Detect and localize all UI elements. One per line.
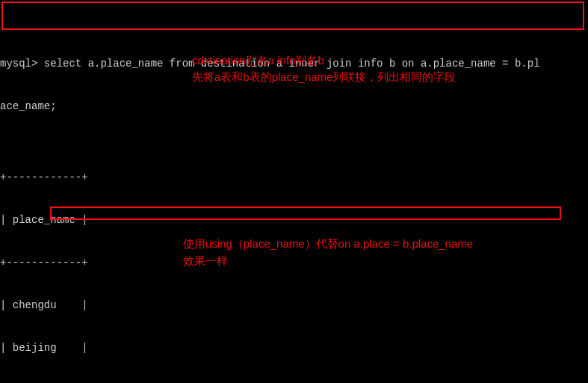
query-1-part1: select a.place_name from destination a i… bbox=[37, 58, 539, 70]
mysql-prompt: mysql> bbox=[0, 58, 37, 70]
table-row: | chengdu | bbox=[0, 298, 588, 313]
table-border-mid: +------------+ bbox=[0, 256, 588, 270]
mysql-terminal[interactable]: mysql> select a.place_name from destinat… bbox=[0, 0, 588, 383]
annotation-2-line1: 使用using（place_name）代替on a.place = b.plac… bbox=[183, 236, 473, 252]
annotation-1-line2: 先将a表和b表的place_name列联接，列出相同的字段 bbox=[192, 69, 456, 85]
table-row: | beijing | bbox=[0, 341, 588, 355]
table-border-top: +------------+ bbox=[0, 171, 588, 185]
table-header: | place_name | bbox=[0, 213, 588, 227]
query-1-part2: ace_name; bbox=[0, 99, 588, 114]
highlight-box-query1 bbox=[1, 1, 584, 30]
